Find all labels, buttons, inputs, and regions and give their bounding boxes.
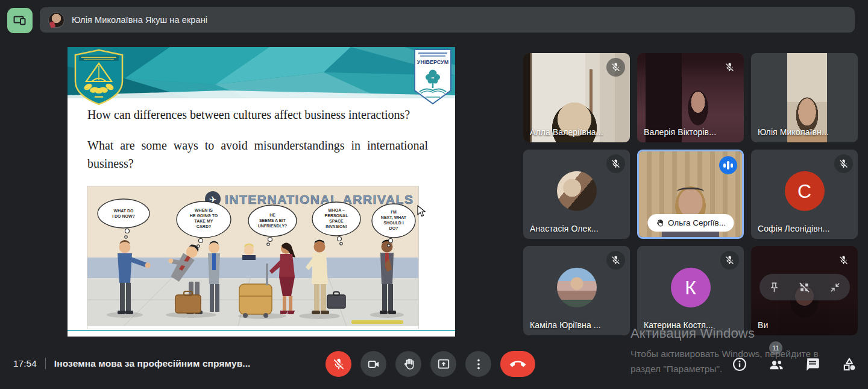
meeting-details-button[interactable] [731, 355, 749, 373]
participant-name: Валерія Вікторів... [644, 127, 716, 137]
cartoon-suitcase-brown [175, 295, 201, 313]
activities-button[interactable] [840, 355, 858, 373]
more-vert-icon [472, 358, 485, 371]
mic-mute-button[interactable] [326, 351, 351, 377]
remove-tile-icon[interactable] [799, 282, 810, 293]
call-end-icon [510, 356, 526, 372]
clock: 17:54 [13, 358, 37, 369]
meeting-name: Іноземна мова за професійним спрямув... [54, 358, 251, 369]
participant-tile[interactable]: Валерія Вікторів... [637, 53, 744, 142]
presentation-source-button[interactable] [7, 8, 33, 33]
activities-icon [841, 356, 857, 372]
participant-name: Ви [758, 320, 768, 330]
cartoon-watermark [351, 320, 403, 324]
slide-text: How can differences between cultures aff… [87, 106, 428, 185]
mic-muted-indicator [834, 154, 853, 173]
mic-off-icon [611, 255, 621, 265]
mic-off-icon [611, 62, 621, 72]
raised-hand-icon [655, 219, 664, 227]
participant-tile[interactable]: Алла Валеріївна... [523, 53, 630, 142]
participant-tile[interactable]: Ольга Сергіїв... [637, 150, 744, 239]
participants-count-badge: 11 [769, 341, 782, 355]
presenter-avatar [48, 12, 64, 28]
mouse-cursor [417, 205, 426, 217]
minimize-icon[interactable] [829, 282, 841, 293]
presenting-banner[interactable]: Юлія Миколаївна Якуш на екрані [40, 7, 855, 33]
participant-name: Алла Валеріївна... [530, 127, 603, 137]
participants-button[interactable] [767, 355, 785, 373]
camera-icon [367, 358, 380, 371]
avatar: К [671, 268, 711, 308]
chat-icon [805, 356, 820, 372]
side-panel-icons [731, 355, 858, 373]
svg-text:УНІВЕРСУМ: УНІВЕРСУМ [417, 59, 448, 65]
meet-window: Юлія Миколаївна Якуш на екрані [0, 0, 868, 389]
mic-off-icon [838, 159, 849, 169]
present-icon [437, 358, 450, 371]
slide-question-1: How can differences between cultures aff… [87, 106, 428, 124]
hand-icon [402, 358, 415, 371]
participant-name: Катерина Костя... [644, 320, 713, 330]
mic-off-icon [838, 255, 849, 265]
university-crest-logo [72, 49, 126, 109]
mic-muted-indicator [606, 251, 625, 270]
hand-raised-name-pill: Ольга Сергіїв... [647, 214, 734, 232]
raise-hand-button[interactable] [395, 351, 421, 377]
mic-off-icon [332, 358, 345, 371]
mic-muted-indicator [834, 251, 853, 270]
devices-icon [13, 13, 27, 28]
participant-tile[interactable]: Каміла Юріївна ... [523, 246, 630, 335]
international-arrivals-cartoon: ✈ INTERNATIONAL ARRIVALS [87, 186, 419, 329]
cartoon-briefcase [327, 295, 345, 308]
participant-tile[interactable]: Юлія Миколаївн... [751, 53, 858, 142]
avatar [557, 171, 597, 211]
avatar [557, 268, 597, 308]
mic-muted-indicator [720, 58, 739, 77]
participant-name: Анастасія Олек... [530, 224, 599, 233]
participant-tile[interactable]: ККатерина Костя... [637, 246, 744, 335]
participant-name: Ольга Сергіїв... [668, 218, 726, 227]
camera-button[interactable] [360, 351, 386, 377]
participant-tile[interactable]: Анастасія Олек... [523, 150, 630, 239]
mic-muted-indicator [720, 251, 739, 270]
people-icon [768, 356, 785, 373]
slide-question-2: What are some ways to avoid misunderstan… [87, 136, 428, 172]
participant-tile[interactable]: Ви [751, 246, 858, 335]
call-controls [326, 351, 535, 377]
cartoon-title: INTERNATIONAL ARRIVALS [225, 192, 414, 206]
participant-name: Каміла Юріївна ... [530, 320, 601, 330]
pin-icon[interactable] [769, 282, 780, 293]
participant-grid: Алла Валеріївна...Валерія Вікторів...Юлі… [523, 53, 861, 337]
universum-badge-logo: УНІВЕРСУМ [414, 48, 452, 108]
mic-off-icon [725, 62, 735, 72]
divider [45, 358, 46, 369]
chat-button[interactable] [804, 355, 822, 373]
participant-name: Софія Леонідівн... [758, 224, 830, 233]
shared-screen-slide: УНІВЕРСУМ How can differences between cu… [68, 47, 455, 337]
mic-muted-indicator [606, 58, 625, 77]
avatar: С [785, 171, 825, 211]
mic-muted-indicator [606, 154, 625, 173]
mic-off-icon [725, 255, 735, 265]
mic-off-icon [611, 159, 621, 169]
presenting-label: Юлія Миколаївна Якуш на екрані [72, 15, 207, 25]
info-icon [732, 356, 747, 372]
end-call-button[interactable] [500, 351, 535, 377]
participant-tile[interactable]: ССофія Леонідівн... [751, 150, 858, 239]
present-button[interactable] [430, 351, 456, 377]
more-options-button[interactable] [465, 351, 491, 377]
participant-name: Юлія Миколаївн... [758, 127, 829, 137]
speaking-indicator [719, 156, 737, 174]
slide-footer-line [68, 330, 455, 331]
self-tile-controls [760, 274, 850, 300]
meeting-info: 17:54 Іноземна мова за професійним спрям… [13, 358, 251, 369]
